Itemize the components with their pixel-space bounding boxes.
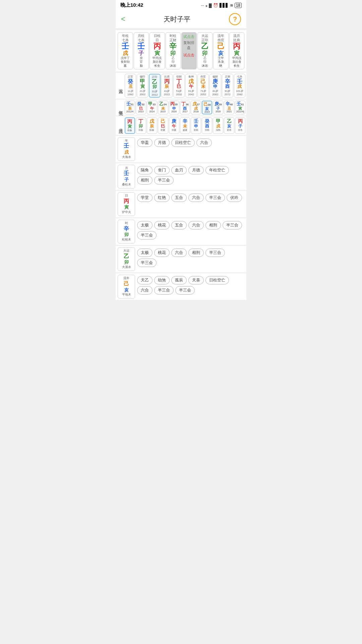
info-row-yue_info: 月 壬 子 桑松木 隔角丧门血刃月德年柱空亡相刑半三会: [116, 163, 246, 190]
liuyue-cell-5[interactable]: 辛 未 盛夏: [180, 117, 190, 134]
try-click-top[interactable]: 试点击: [182, 34, 196, 40]
dayun-cell-1[interactable]: 偏印 甲 寅 21岁 2002: [137, 74, 148, 98]
bazi-cell-try[interactable]: 试点击 复制排盘 试点击: [181, 32, 197, 69]
liunian-cell-2[interactable]: 甲33 午 2014: [147, 101, 157, 114]
tag-item[interactable]: 六合: [196, 139, 212, 147]
tags-liunian_info: 天乙劫煞孤辰天喜日柱空亡六合半三合半三会: [137, 275, 244, 294]
tag-item[interactable]: 五合: [171, 194, 187, 202]
liunian-cell-1[interactable]: 癸32 巳 2013: [136, 101, 146, 114]
liunian-cell-3[interactable]: 乙34 未 2015: [158, 101, 168, 114]
tag-item[interactable]: 半三合: [223, 221, 242, 229]
tag-item[interactable]: 桃花: [154, 221, 170, 229]
tag-item[interactable]: 血刃: [171, 166, 187, 174]
help-button[interactable]: ?: [229, 13, 241, 25]
tag-item[interactable]: 劫煞: [154, 276, 170, 284]
liuyue-cell-4[interactable]: 庚 午 仲夏: [169, 117, 179, 134]
dayun-cell-8[interactable]: 正财 辛 酉 91岁 2072: [222, 74, 233, 98]
copy-btn[interactable]: 复制排盘: [182, 40, 196, 51]
hidden-stems-yue: 癸: [134, 56, 148, 60]
liuyue-cell-10[interactable]: 丙 子 仲冬: [235, 117, 245, 134]
tags-ri_info: 学堂红艳五合六合半三会伏吟: [137, 192, 242, 202]
liunian-cell-7[interactable]: 己38 亥 2019: [202, 101, 212, 114]
tag-item[interactable]: 桃花: [154, 249, 170, 257]
liuyue-cell-3[interactable]: 己 巳 初夏: [158, 117, 168, 134]
tag-item[interactable]: 月德: [154, 139, 170, 147]
liuyue-cell-2[interactable]: 戊 辰 阳春: [147, 117, 157, 134]
tag-item[interactable]: 相刑: [188, 249, 204, 257]
tag-item[interactable]: 日柱空亡: [205, 276, 229, 284]
liunian-cell-0[interactable]: 壬31 辰 2012/4: [125, 101, 135, 114]
relations-ri: 枭比食: [150, 60, 164, 64]
tag-item[interactable]: 六合: [137, 286, 153, 294]
heavenly-stem-liunian_cur: 己: [214, 42, 228, 50]
tag-item[interactable]: 半三会: [137, 231, 157, 239]
tag-item[interactable]: 红艳: [154, 194, 170, 202]
relations-dayun_cur: 印: [198, 60, 212, 64]
liuyue-cell-9[interactable]: 乙 亥 初冬: [224, 117, 234, 134]
tag-item[interactable]: 半三会: [154, 176, 174, 184]
earthly-branch-ri: 寅: [150, 50, 164, 56]
status-bar: 晚上10:42 ··· ⁎ ▓ ⏰ ▋▋▋ ≋ 18: [116, 0, 246, 10]
status-yue: 胎: [134, 64, 148, 68]
tag-item[interactable]: 日柱空亡: [171, 139, 195, 147]
info-rows: 年 壬 戌 大海水 华盖月德日柱空亡六合 月 壬 子 桑松木 隔角丧门血刃月德年…: [116, 136, 246, 300]
liunian-cell-9[interactable]: 辛40 丑 2021: [224, 101, 234, 114]
dayun-cell-7[interactable]: 偏财 庚 申 81岁 2062: [209, 74, 221, 98]
liuyue-cell-8[interactable]: 甲 戌 深秋: [213, 117, 223, 134]
liunian-cell-8[interactable]: 庚39 子 2020: [213, 101, 223, 114]
dayun-cell-2[interactable]: 正印 乙 卯 31岁 2012: [149, 74, 160, 98]
liunian-cell-6[interactable]: 戊37 戌 2018: [191, 101, 201, 114]
dayun-cell-4[interactable]: 劫财 丁 巳 51岁 2032: [173, 74, 185, 98]
back-button[interactable]: <: [121, 15, 125, 23]
dayun-row: 大运 正官 癸 丑 11岁 1992 偏印 甲 寅 21岁 2002 正印 乙 …: [117, 74, 245, 98]
info-label-yue_info: 月 壬 子 桑松木: [118, 165, 135, 189]
tag-item[interactable]: 学堂: [137, 194, 153, 202]
tag-item[interactable]: 天喜: [188, 276, 204, 284]
tag-item[interactable]: 天乙: [137, 276, 153, 284]
dayun-cell-9[interactable]: 七杀 壬 戌 101岁 2082: [234, 74, 245, 98]
tags-shi_info: 太极桃花五合六合相刑半三合半三会: [137, 220, 244, 239]
liunian-cell-5[interactable]: 丁36 酉 2017: [180, 101, 190, 114]
tag-item[interactable]: 年柱空亡: [205, 166, 229, 174]
dayun-label: 大运: [117, 74, 125, 98]
tag-item[interactable]: 月德: [188, 166, 204, 174]
tags-yue_info: 隔角丧门血刃月德年柱空亡相刑半三会: [137, 165, 244, 184]
hidden-stems-liuyue_cur: 甲丙戊: [230, 56, 244, 60]
tag-item[interactable]: 半三会: [137, 259, 157, 267]
tag-item[interactable]: 丧门: [154, 166, 170, 174]
tag-item[interactable]: 半三合: [205, 249, 225, 257]
tag-item[interactable]: 孤辰: [171, 276, 187, 284]
dayun-cell-5[interactable]: 食神 戊 午 61岁 2042: [185, 74, 197, 98]
dots-icon: ···: [201, 3, 204, 8]
info-row-liunian_info: 流年 己 亥 平地木 天乙劫煞孤辰天喜日柱空亡六合半三合半三会: [116, 273, 246, 300]
col-title-shi: 时柱: [166, 34, 180, 38]
tag-item[interactable]: 五合: [171, 221, 187, 229]
tag-item[interactable]: 六合: [171, 249, 187, 257]
tag-item[interactable]: 相刑: [205, 221, 221, 229]
tag-item[interactable]: 太极: [137, 221, 153, 229]
liuyue-cell-6[interactable]: 壬 申 初秋: [191, 117, 201, 134]
tags-dayun_info: 太极桃花六合相刑半三合半三会: [137, 247, 244, 267]
tag-item[interactable]: 伏吟: [227, 194, 242, 202]
dayun-cell-3[interactable]: 比肩 丙 辰 41岁 2022: [161, 74, 173, 98]
tag-item[interactable]: 半三会: [205, 194, 225, 202]
liunian-cell-10[interactable]: 壬41 寅 2022/4]: [235, 101, 245, 114]
dayun-section: 大运 正官 癸 丑 11岁 1992 偏印 甲 寅 21岁 2002 正印 乙 …: [116, 73, 246, 99]
liuyue-cell-0[interactable]: 丙 寅 初春: [125, 117, 135, 134]
tag-item[interactable]: 太极: [137, 249, 153, 257]
liuyue-cell-7[interactable]: 癸 酉 仲秋: [202, 117, 212, 134]
liuyue-cell-1[interactable]: 丁 卯 仲春: [136, 117, 146, 134]
dayun-cell-6[interactable]: 伤官 己 未 71岁 2052: [197, 74, 209, 98]
tag-item[interactable]: 华盖: [137, 139, 153, 147]
tag-item[interactable]: 六合: [188, 194, 204, 202]
battery-icon: ▓: [209, 3, 212, 8]
try-click-bot[interactable]: 试点击: [182, 52, 196, 58]
tag-item[interactable]: 相刑: [137, 176, 153, 184]
tag-item[interactable]: 隔角: [137, 166, 153, 174]
relations-yue: 官: [134, 60, 148, 64]
liunian-cell-4[interactable]: 丙35 申 2016: [169, 101, 179, 114]
tag-item[interactable]: 半三合: [154, 286, 174, 294]
tag-item[interactable]: 半三会: [175, 286, 195, 294]
tag-item[interactable]: 六合: [188, 221, 204, 229]
dayun-cell-0[interactable]: 正官 癸 丑 11岁 1992: [125, 74, 136, 98]
